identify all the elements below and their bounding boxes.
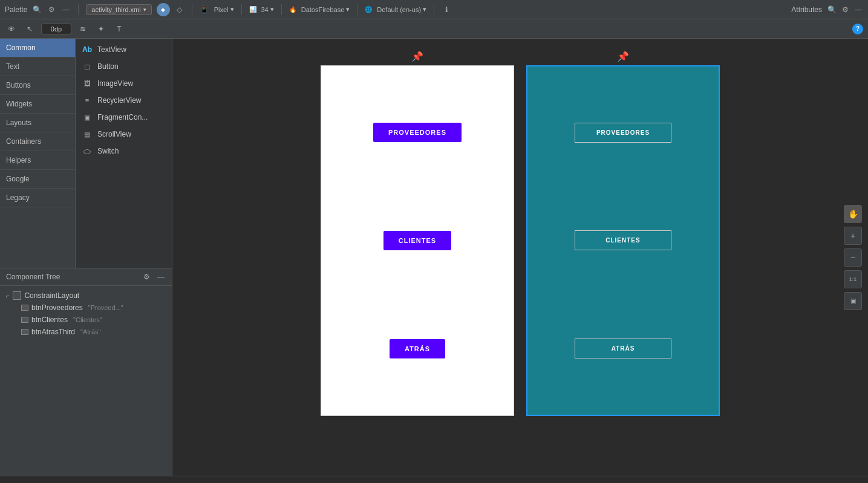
phone-teal: PROVEEDORES CLIENTES ATRÁS — [526, 65, 720, 416]
palette-item-button[interactable]: ▢ Button — [76, 58, 172, 75]
palette-item-recyclerview[interactable]: ≡ RecyclerView — [76, 92, 172, 109]
tree-minus-icon[interactable]: — — [156, 272, 166, 282]
zoom-out-button[interactable]: − — [844, 248, 862, 267]
sidebar-item-layouts[interactable]: Layouts — [0, 114, 75, 132]
button-label: Button — [97, 62, 119, 71]
ratio-button[interactable]: 1:1 — [844, 270, 862, 288]
tree-item-root[interactable]: ⌐ ConstraintLayout — [0, 290, 172, 302]
textview-icon: Ab — [82, 44, 93, 55]
palette-section: Common Text Buttons Widgets Layouts Cont… — [0, 39, 172, 268]
switch-icon: ⬭ — [82, 146, 93, 157]
margin-input[interactable] — [41, 24, 71, 34]
pin-teal-icon: 📌 — [617, 51, 629, 62]
separator5 — [357, 4, 357, 15]
attributes-label: Attributes — [791, 5, 822, 14]
api-label: 34 — [261, 6, 269, 13]
tree-item-btn-proveedores[interactable]: btnProveedores "Proveed..." — [0, 302, 172, 314]
firebase-select[interactable]: DatosFirebase ▾ — [301, 5, 350, 13]
component-tree-body: ⌐ ConstraintLayout btnProveedores "Prove… — [0, 286, 172, 476]
tree-btn-atras-sublabel: "Atrás" — [80, 328, 100, 336]
phone-white-wrapper: 📌 PROVEEDORES CLIENTES ATRÁS — [321, 51, 514, 416]
component-tree-title: Component Tree — [6, 273, 60, 281]
canvas-area: 📌 PROVEEDORES CLIENTES ATRÁS 📌 PROVEEDOR… — [172, 39, 868, 476]
api-icon: 📊 — [249, 6, 256, 13]
teal-btn-clientes[interactable]: CLIENTES — [575, 230, 671, 250]
recyclerview-label: RecyclerView — [97, 96, 141, 105]
close-right-icon[interactable]: — — [853, 5, 863, 15]
separator2 — [192, 4, 192, 15]
search-right-icon[interactable]: 🔍 — [827, 5, 837, 15]
imageview-label: ImageView — [97, 79, 133, 88]
design-mode-icon[interactable]: ◆ — [157, 3, 170, 16]
fragmentcon-icon: ▣ — [82, 112, 93, 123]
device-select[interactable]: Pixel ▾ — [214, 5, 234, 13]
phone-white: PROVEEDORES CLIENTES ATRÁS — [321, 65, 514, 416]
sidebar-item-buttons[interactable]: Buttons — [0, 76, 75, 95]
eye-button[interactable]: 👁 — [5, 22, 18, 36]
layout-button[interactable]: ▣ — [844, 292, 862, 310]
component-tree: Component Tree ⚙ — ⌐ ConstraintLayout bt… — [0, 268, 172, 476]
white-btn-clientes[interactable]: CLIENTES — [383, 231, 451, 250]
float-controls: ✋ + − 1:1 ▣ — [844, 205, 862, 310]
separator3 — [241, 4, 242, 15]
sidebar-item-google[interactable]: Google — [0, 170, 75, 189]
device-label: Pixel — [214, 6, 229, 13]
cursor-button[interactable]: ↖ — [23, 22, 36, 36]
locale-select[interactable]: Default (en-us) ▾ — [377, 5, 426, 13]
palette-inner: Common Text Buttons Widgets Layouts Cont… — [0, 39, 172, 268]
settings-icon[interactable]: ⚙ — [47, 5, 56, 15]
tree-item-btn-clientes[interactable]: btnClientes "Clientes" — [0, 314, 172, 326]
orientation-icon[interactable]: 📱 — [200, 5, 209, 15]
blueprint-icon[interactable]: ◇ — [175, 5, 184, 15]
hand-tool-button[interactable]: ✋ — [844, 205, 862, 223]
canvas-container: 📌 PROVEEDORES CLIENTES ATRÁS 📌 PROVEEDOR… — [315, 45, 726, 422]
palette-item-textview[interactable]: Ab TextView — [76, 41, 172, 58]
globe-icon: 🌐 — [365, 6, 372, 13]
text-button[interactable]: T — [113, 22, 126, 36]
palette-item-imageview[interactable]: 🖼 ImageView — [76, 75, 172, 92]
teal-btn-proveedores[interactable]: PROVEEDORES — [575, 123, 671, 143]
sidebar-item-containers[interactable]: Containers — [0, 132, 75, 151]
btn-atras-icon — [21, 329, 28, 335]
sidebar-item-legacy[interactable]: Legacy — [0, 189, 75, 207]
tree-btn-proveedores-sublabel: "Proveed..." — [88, 304, 123, 311]
white-btn-atras[interactable]: ATRÁS — [390, 339, 445, 358]
sidebar-item-widgets[interactable]: Widgets — [0, 95, 75, 114]
help-button[interactable]: ? — [852, 24, 863, 34]
button-icon: ▢ — [82, 61, 93, 72]
magnet-button[interactable]: ✦ — [94, 22, 108, 36]
left-panel: Common Text Buttons Widgets Layouts Cont… — [0, 39, 172, 476]
wave-button[interactable]: ≋ — [76, 22, 90, 36]
sidebar-item-helpers[interactable]: Helpers — [0, 151, 75, 170]
palette-item-switch[interactable]: ⬭ Switch — [76, 143, 172, 160]
btn-clientes-icon — [21, 317, 28, 323]
palette-item-scrollview[interactable]: ▤ ScrollView — [76, 126, 172, 143]
settings-right-icon[interactable]: ⚙ — [840, 5, 850, 15]
bottom-scrollbar[interactable] — [0, 476, 868, 483]
separator4 — [281, 4, 282, 15]
search-icon[interactable]: 🔍 — [32, 5, 42, 15]
teal-btn-atras[interactable]: ATRÁS — [575, 339, 671, 358]
sidebar-item-text[interactable]: Text — [0, 57, 75, 76]
constraint-layout-icon — [13, 291, 21, 300]
palette-items: Ab TextView ▢ Button 🖼 ImageView ≡ Recyc… — [76, 39, 172, 268]
api-select[interactable]: 34 ▾ — [261, 5, 274, 13]
main-area: Common Text Buttons Widgets Layouts Cont… — [0, 39, 868, 476]
api-arrow: ▾ — [270, 5, 274, 13]
file-tab[interactable]: activity_third.xml ▾ — [86, 4, 151, 15]
close-icon[interactable]: — — [61, 5, 71, 15]
scrollview-icon: ▤ — [82, 129, 93, 140]
pin-white-icon: 📌 — [411, 51, 423, 62]
tree-btn-atras-label: btnAtrasThird — [31, 328, 75, 336]
imageview-icon: 🖼 — [82, 78, 93, 89]
sidebar-item-common[interactable]: Common — [0, 39, 75, 57]
tree-root-label: ConstraintLayout — [24, 291, 79, 300]
locale-arrow: ▾ — [423, 5, 426, 13]
palette-item-fragmentcon[interactable]: ▣ FragmentCon... — [76, 109, 172, 126]
white-btn-proveedores[interactable]: PROVEEDORES — [373, 123, 462, 142]
zoom-in-button[interactable]: + — [844, 227, 862, 245]
fragmentcon-label: FragmentCon... — [97, 113, 148, 122]
tree-settings-icon[interactable]: ⚙ — [142, 272, 151, 282]
tree-item-btn-atras[interactable]: btnAtrasThird "Atrás" — [0, 326, 172, 338]
info-icon[interactable]: ℹ — [442, 5, 451, 15]
